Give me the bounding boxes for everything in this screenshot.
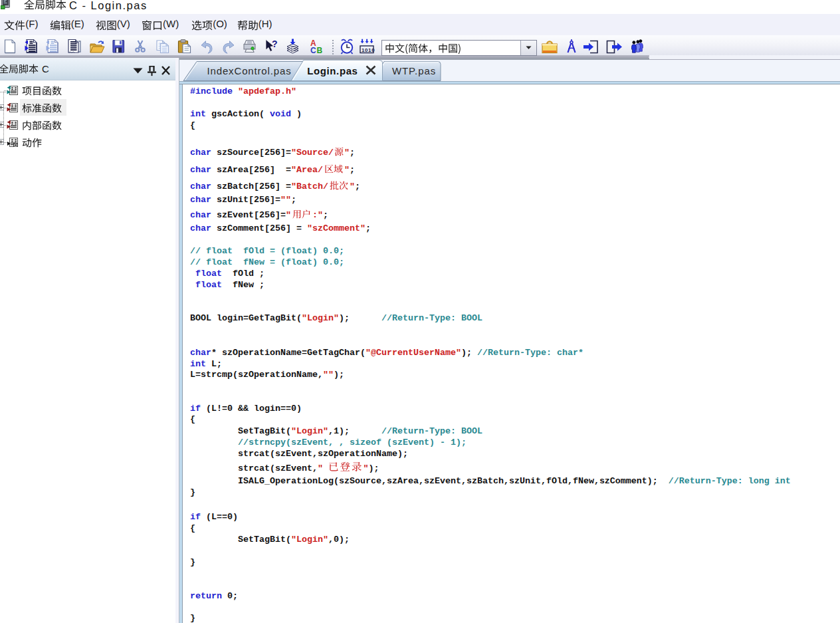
svg-text:B: B — [316, 46, 322, 55]
svg-text:?: ? — [272, 39, 278, 49]
svg-text:1010: 1010 — [362, 47, 375, 53]
svg-text:C: C — [310, 46, 316, 55]
